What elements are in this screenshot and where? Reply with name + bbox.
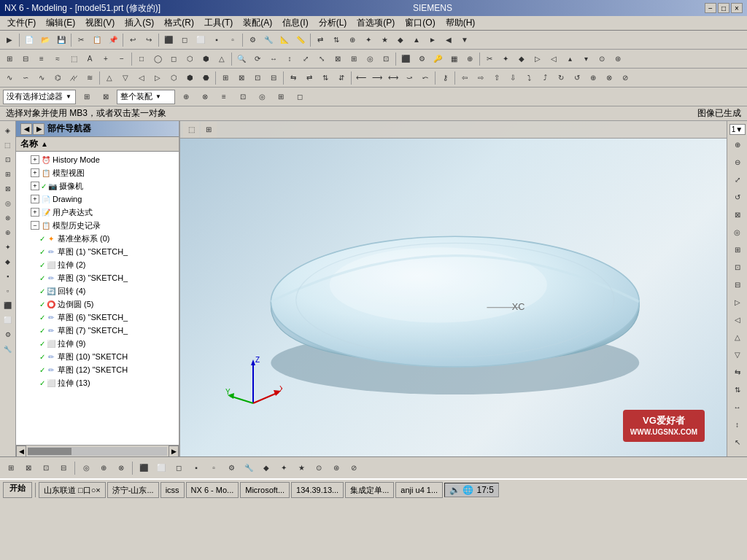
taskbar-item-shandong[interactable]: 山东联道 □口○× <box>39 482 106 498</box>
filter-dropdown[interactable]: 没有选择过滤器 ▼ <box>3 90 76 104</box>
bt-btn-14[interactable]: 🔧 <box>241 460 257 476</box>
tb-btn-3[interactable]: ⬜ <box>193 32 209 48</box>
tree-item-extrude-13[interactable]: ✓ ⬜ 拉伸 (13) <box>16 376 179 389</box>
bt-btn-11[interactable]: ▪ <box>188 460 204 476</box>
save-btn[interactable]: 💾 <box>53 32 69 48</box>
tb3-btn-7[interactable]: △ <box>101 70 117 86</box>
tb2-btn-10[interactable]: ◯ <box>150 51 166 67</box>
tree-content[interactable]: + ⏰ History Mode + 📋 模型视图 + ✓ 📷 摄像机 <box>16 152 179 445</box>
side-icon-8[interactable]: ⊕ <box>1 226 15 239</box>
tb2-btn-28[interactable]: ▦ <box>446 51 462 67</box>
tb3-btn-14[interactable]: ⊞ <box>217 70 233 86</box>
tb3-btn-8[interactable]: ▽ <box>117 70 133 86</box>
tb2-btn-14[interactable]: △ <box>214 51 230 67</box>
sel-btn-6[interactable]: ⊞ <box>273 89 289 105</box>
bt-btn-16[interactable]: ✦ <box>276 460 292 476</box>
right-btn-1[interactable]: ⊕ <box>729 136 746 152</box>
right-btn-15[interactable]: ⇅ <box>729 381 746 397</box>
menu-assembly[interactable]: 装配(A) <box>239 16 276 30</box>
tb2-btn-32[interactable]: ◆ <box>514 51 530 67</box>
expand-model-view[interactable]: + <box>31 168 39 177</box>
tb2-btn-34[interactable]: ◁ <box>546 51 562 67</box>
tb2-btn-5[interactable]: ⬚ <box>66 51 82 67</box>
menu-help[interactable]: 帮助(H) <box>441 16 480 30</box>
sel-btn-2[interactable]: ⊗ <box>197 89 213 105</box>
side-icon-16[interactable]: 🔧 <box>1 343 15 356</box>
tb2-btn-24[interactable]: ⊡ <box>378 51 394 67</box>
assembly-dropdown[interactable]: 整个装配 ▼ <box>117 90 175 104</box>
tb3-btn-6[interactable]: ≋ <box>82 70 98 86</box>
bt-btn-5[interactable]: ◎ <box>78 460 94 476</box>
tree-item-sketch-7[interactable]: ✓ ✏ 草图 (7) "SKETCH_ <box>16 324 179 337</box>
right-btn-10[interactable]: ▷ <box>729 294 746 310</box>
copy-btn[interactable]: 📋 <box>89 32 105 48</box>
tb-btn-5[interactable]: ▫ <box>225 32 241 48</box>
tb-btn-17[interactable]: ► <box>425 32 441 48</box>
paste-btn[interactable]: 📌 <box>105 32 121 48</box>
open-btn[interactable]: 📂 <box>37 32 53 48</box>
tree-item-fillet-5[interactable]: ✓ ⭕ 边倒圆 (5) <box>16 298 179 311</box>
new-btn[interactable]: 📄 <box>21 32 37 48</box>
tb3-btn-34[interactable]: ↻ <box>553 70 569 86</box>
tb2-btn-26[interactable]: ⚙ <box>414 51 430 67</box>
expand-user-expr[interactable]: + <box>31 208 39 217</box>
expand-history[interactable]: + <box>31 155 39 164</box>
tb3-btn-20[interactable]: ⇅ <box>317 70 333 86</box>
tb3-btn-21[interactable]: ⇵ <box>333 70 349 86</box>
tb-btn-15[interactable]: ◆ <box>392 32 409 48</box>
side-icon-13[interactable]: ⬛ <box>1 299 15 312</box>
taskbar-item-ip[interactable]: 134.39.13... <box>291 482 344 498</box>
tb2-btn-19[interactable]: ⤢ <box>298 51 314 67</box>
tb-btn-10[interactable]: ⇄ <box>312 32 328 48</box>
menu-format[interactable]: 格式(R) <box>160 16 198 30</box>
sel-btn-3[interactable]: ≡ <box>216 89 232 105</box>
bt-btn-18[interactable]: ⊙ <box>311 460 327 476</box>
tb-btn-9[interactable]: 📏 <box>293 32 309 48</box>
tb3-btn-23[interactable]: ⟶ <box>369 70 385 86</box>
menu-window[interactable]: 窗口(O) <box>400 16 439 30</box>
tb3-btn-29[interactable]: ⇨ <box>473 70 489 86</box>
sel-btn-4[interactable]: ⊡ <box>235 89 251 105</box>
tb2-btn-30[interactable]: ✂ <box>481 51 498 67</box>
tb3-btn-27[interactable]: ⚷ <box>437 70 453 86</box>
tb3-btn-18[interactable]: ⇆ <box>285 70 301 86</box>
menu-tools[interactable]: 工具(T) <box>200 16 237 30</box>
right-btn-16[interactable]: ↔ <box>729 399 746 415</box>
tb-btn-4[interactable]: ▪ <box>209 32 225 48</box>
minimize-button[interactable]: − <box>705 3 716 13</box>
taskbar-item-jining[interactable]: 济宁-山东... <box>107 482 159 498</box>
tb2-btn-8[interactable]: − <box>114 51 130 67</box>
tb-btn-11[interactable]: ⇅ <box>328 32 344 48</box>
sel-btn-5[interactable]: ◎ <box>254 89 270 105</box>
tb3-btn-33[interactable]: ⤴ <box>537 70 553 86</box>
right-btn-9[interactable]: ⊟ <box>729 276 746 292</box>
expand-camera[interactable]: + <box>31 182 39 190</box>
tb2-btn-37[interactable]: ⊙ <box>594 51 610 67</box>
tb2-btn-1[interactable]: ⊞ <box>1 51 18 67</box>
tb3-btn-35[interactable]: ↺ <box>569 70 585 86</box>
tb3-btn-9[interactable]: ◁ <box>133 70 150 86</box>
side-icon-11[interactable]: ▪ <box>1 270 15 283</box>
start-btn[interactable]: ▶ <box>1 32 18 48</box>
menu-info[interactable]: 信息(I) <box>278 16 312 30</box>
tb2-btn-17[interactable]: ↔ <box>266 51 282 67</box>
taskbar-item-ms[interactable]: Microsoft... <box>240 482 290 498</box>
tb2-btn-33[interactable]: ▷ <box>530 51 546 67</box>
tb3-btn-22[interactable]: ⟵ <box>353 70 369 86</box>
side-icon-14[interactable]: ⬜ <box>1 314 15 327</box>
right-btn-5[interactable]: ⊠ <box>729 206 746 222</box>
scrollbar-right-btn[interactable]: ▶ <box>169 446 179 457</box>
right-btn-11[interactable]: ◁ <box>729 311 746 327</box>
menu-insert[interactable]: 插入(S) <box>120 16 158 30</box>
tree-item-extrude-2[interactable]: ✓ ⬜ 拉伸 (2) <box>16 258 179 271</box>
tb3-btn-17[interactable]: ⊟ <box>266 70 282 86</box>
side-icon-4[interactable]: ⊞ <box>1 168 15 181</box>
tb2-btn-7[interactable]: + <box>98 51 114 67</box>
bt-btn-12[interactable]: ▫ <box>206 460 222 476</box>
menu-file[interactable]: 文件(F) <box>3 16 40 30</box>
right-btn-13[interactable]: ▽ <box>729 346 746 362</box>
expand-drawing[interactable]: + <box>31 195 39 203</box>
side-icon-7[interactable]: ⊗ <box>1 211 15 225</box>
tb2-btn-36[interactable]: ▾ <box>578 51 594 67</box>
tb-btn-1[interactable]: ⬛ <box>160 32 177 48</box>
